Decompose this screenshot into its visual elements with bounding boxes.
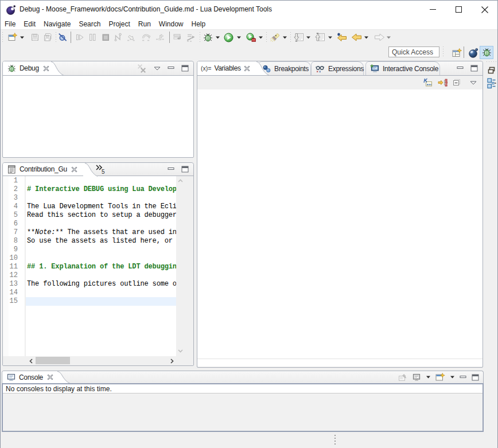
collapse-all-icon[interactable]: [453, 79, 461, 87]
back-dropdown[interactable]: [364, 36, 368, 39]
code-line[interactable]: [26, 220, 176, 228]
code-line[interactable]: [26, 177, 176, 185]
close-icon[interactable]: [244, 65, 250, 72]
window-maximize-button[interactable]: [446, 1, 472, 18]
debug-view-body[interactable]: [3, 76, 193, 157]
close-icon[interactable]: [71, 166, 77, 173]
minimize-icon[interactable]: [460, 375, 466, 380]
code-line[interactable]: **Note:** The assets that are used in th…: [26, 228, 176, 237]
last-edit-location-icon[interactable]: [337, 33, 346, 42]
new-wizard-dropdown[interactable]: [20, 36, 24, 39]
tab-console[interactable]: Console: [2, 371, 56, 383]
window-close-button[interactable]: [472, 1, 497, 18]
maximize-icon[interactable]: [470, 65, 478, 72]
lua-perspective-button[interactable]: [466, 46, 480, 59]
maximize-icon[interactable]: [181, 166, 189, 173]
show-type-names-icon[interactable]: [423, 78, 433, 87]
close-icon[interactable]: [43, 65, 49, 72]
next-annotation-icon[interactable]: [294, 33, 303, 42]
code-line[interactable]: [26, 254, 176, 263]
menu-window[interactable]: Window: [155, 19, 188, 29]
tab-debug[interactable]: Debug: [3, 61, 49, 75]
code-line[interactable]: # Interactive DEBUG using Lua Developmen…: [26, 185, 176, 194]
scroll-down-icon[interactable]: [178, 349, 183, 353]
menu-search[interactable]: Search: [75, 19, 104, 29]
scroll-up-icon[interactable]: [178, 179, 183, 182]
close-icon[interactable]: [47, 374, 53, 380]
tab-expressions[interactable]: Expressions: [311, 61, 364, 75]
variables-hscroll[interactable]: [197, 359, 483, 367]
editor-body: 123456789101112131415 # Interactive DEBU…: [3, 176, 193, 356]
line-number: 9: [9, 246, 25, 254]
maximize-icon[interactable]: [472, 374, 479, 381]
scroll-right-icon[interactable]: [170, 359, 174, 364]
show-logical-structure-icon[interactable]: [438, 78, 448, 87]
debug-dropdown[interactable]: [216, 36, 220, 39]
menu-navigate[interactable]: Navigate: [40, 19, 75, 29]
run-icon[interactable]: [224, 33, 233, 42]
interactive-console-icon: [370, 64, 379, 73]
view-menu-icon[interactable]: [154, 67, 161, 71]
menu-project[interactable]: Project: [104, 19, 134, 29]
external-tools-dropdown[interactable]: [259, 36, 263, 39]
debug-icon[interactable]: [203, 33, 212, 42]
restore-view-icon[interactable]: [485, 67, 497, 74]
toolbar-drag-handle: [290, 32, 291, 42]
variables-view-body[interactable]: [197, 89, 483, 359]
code-line[interactable]: ## 1. Explanation of the LDT debugging m…: [26, 263, 176, 271]
code-line[interactable]: [26, 271, 176, 280]
drag-handle[interactable]: [487, 61, 496, 63]
editor-vertical-scrollbar[interactable]: [176, 176, 193, 356]
code-line[interactable]: The following pictures outline some of t…: [26, 280, 176, 289]
menu-help[interactable]: Help: [188, 19, 210, 29]
tab-curve: [255, 61, 270, 76]
status-drag-handle[interactable]: [334, 435, 336, 446]
view-menu-icon[interactable]: [470, 81, 477, 85]
search-icon[interactable]: [270, 33, 279, 42]
line-number: 6: [9, 220, 25, 228]
display-selected-console-icon[interactable]: [412, 373, 421, 381]
next-annotation-dropdown[interactable]: [306, 36, 310, 39]
run-dropdown[interactable]: [237, 36, 241, 39]
menu-run[interactable]: Run: [134, 19, 155, 29]
new-wizard-icon[interactable]: [8, 33, 17, 42]
outline-view-icon[interactable]: [485, 78, 497, 89]
tab-interactive-console[interactable]: Interactive Console: [365, 61, 440, 75]
external-tools-icon[interactable]: [246, 33, 255, 42]
console-view: Console: [2, 371, 484, 432]
code-line[interactable]: So use the assets as listed here, or you…: [26, 237, 176, 246]
quick-access-input[interactable]: [388, 46, 439, 57]
previous-annotation-dropdown[interactable]: [328, 36, 332, 39]
minimize-icon[interactable]: [457, 65, 464, 71]
back-icon[interactable]: [351, 33, 360, 42]
search-dropdown[interactable]: [283, 36, 287, 39]
scrollbar-thumb[interactable]: [36, 357, 70, 364]
forward-dropdown[interactable]: [387, 36, 391, 39]
scroll-left-icon[interactable]: [29, 359, 33, 364]
menu-file[interactable]: File: [1, 19, 20, 29]
code-line[interactable]: [26, 194, 176, 202]
previous-annotation-icon[interactable]: [315, 33, 324, 42]
code-line[interactable]: Read this section to setup a debugger en…: [26, 211, 176, 220]
window-minimize-button[interactable]: [420, 1, 446, 18]
code-line[interactable]: The Lua Development Tools in the Eclipse…: [26, 202, 176, 211]
line-number: 13: [9, 280, 25, 289]
minimize-icon[interactable]: [168, 166, 174, 172]
debug-perspective-button[interactable]: [480, 46, 493, 59]
editor-horizontal-scrollbar[interactable]: [3, 356, 193, 365]
display-console-dropdown[interactable]: [426, 376, 430, 379]
open-console-icon[interactable]: [435, 373, 445, 381]
open-console-dropdown[interactable]: [450, 376, 454, 379]
code-area[interactable]: # Interactive DEBUG using Lua Developmen…: [26, 176, 176, 356]
tab-variables[interactable]: (x)= Variables: [197, 61, 255, 75]
minimize-icon[interactable]: [168, 65, 174, 71]
menu-edit[interactable]: Edit: [20, 19, 40, 29]
skip-all-breakpoints-icon[interactable]: [59, 33, 68, 42]
open-perspective-button[interactable]: [450, 46, 464, 59]
main-toolbar: [1, 29, 497, 45]
maximize-icon[interactable]: [181, 65, 189, 72]
tab-contribution-guide[interactable]: Contribution_Gu: [3, 163, 83, 176]
code-line[interactable]: [26, 289, 176, 297]
code-line[interactable]: [26, 246, 176, 254]
code-line[interactable]: [26, 297, 176, 306]
